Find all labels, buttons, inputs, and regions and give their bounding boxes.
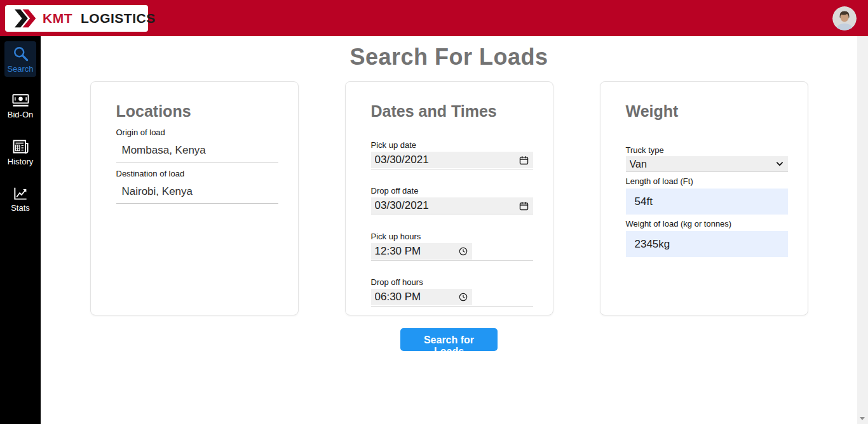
search-icon: [12, 45, 29, 62]
dates-card-title: Dates and Times: [371, 101, 534, 121]
origin-field-wrap: [116, 143, 278, 162]
cash-icon: [12, 93, 29, 108]
destination-input[interactable]: [122, 185, 278, 198]
weight-input[interactable]: [626, 231, 788, 257]
sidebar-item-label: Bid-On: [8, 110, 33, 119]
vertical-scrollbar[interactable]: [857, 36, 868, 424]
dropoff-date-wrap: [371, 197, 533, 215]
dropoff-hours-label: Drop off hours: [371, 277, 534, 287]
length-label: Length of load (Ft): [626, 176, 789, 186]
scrollbar-down-arrow-icon[interactable]: [860, 417, 865, 420]
clock-icon[interactable]: [458, 292, 468, 302]
page-title: Search For Loads: [41, 44, 857, 70]
truck-type-select-wrap: Van: [626, 156, 788, 172]
pickup-hours-label: Pick up hours: [371, 232, 534, 241]
sidebar-item-label: Stats: [11, 203, 30, 213]
dropoff-date-label: Drop off date: [371, 186, 534, 195]
origin-input[interactable]: [122, 144, 278, 157]
sidebar-nav: Search Bid-On: [0, 36, 41, 424]
brand-logistics-text: LOGISTICS: [81, 11, 156, 26]
sidebar-item-bid-on[interactable]: Bid-On: [4, 89, 36, 123]
brand-kmt-text: KMT: [43, 11, 72, 26]
main-content: Search For Loads Locations Origin of loa…: [41, 36, 857, 424]
locations-card-title: Locations: [116, 101, 279, 121]
button-row: Search for Loads: [41, 328, 857, 357]
sidebar-item-label: Search: [7, 64, 33, 74]
pickup-date-group: Pick up date: [371, 140, 534, 169]
cards-row: Locations Origin of load Destination of …: [41, 81, 857, 315]
dropoff-hours-group: Drop off hours: [371, 277, 534, 307]
truck-type-select[interactable]: Van: [626, 156, 788, 171]
sidebar-item-history[interactable]: History: [4, 135, 36, 169]
calendar-icon[interactable]: [519, 155, 529, 166]
destination-label: Destination of load: [116, 169, 279, 178]
pickup-hours-group: Pick up hours: [371, 232, 534, 261]
dropoff-hours-wrap: [371, 289, 533, 307]
pickup-date-wrap: [371, 152, 533, 169]
dropoff-date-group: Drop off date: [371, 186, 534, 215]
pickup-hours-input[interactable]: [375, 245, 458, 258]
app-root: KMT LOGISTICS Searc: [0, 0, 868, 424]
calendar-icon[interactable]: [519, 201, 529, 211]
pickup-hours-wrap: [371, 243, 533, 261]
pickup-date-label: Pick up date: [371, 140, 534, 150]
sidebar-item-search[interactable]: Search: [4, 41, 36, 77]
weight-label: Weight of load (kg or tonnes): [626, 219, 789, 229]
weight-card-title: Weight: [626, 101, 789, 121]
pickup-date-input[interactable]: [375, 154, 519, 166]
top-header-bar: KMT LOGISTICS: [0, 0, 868, 36]
user-avatar[interactable]: [832, 6, 857, 30]
search-for-loads-button[interactable]: Search for Loads: [400, 328, 498, 351]
clock-icon[interactable]: [458, 246, 468, 256]
stats-icon: [13, 185, 29, 201]
locations-card: Locations Origin of load Destination of …: [90, 81, 299, 315]
newspaper-icon: [12, 138, 29, 155]
dropoff-hours-input[interactable]: [375, 291, 458, 303]
sidebar-item-stats[interactable]: Stats: [4, 182, 36, 216]
dates-card: Dates and Times Pick up date: [345, 81, 553, 315]
truck-type-label: Truck type: [626, 145, 789, 155]
brand-logo[interactable]: KMT LOGISTICS: [5, 5, 148, 32]
weight-card: Weight Truck type Van Length of load (Ft…: [600, 81, 808, 315]
origin-label: Origin of load: [116, 128, 279, 137]
dropoff-date-input[interactable]: [375, 199, 519, 212]
length-input[interactable]: [626, 189, 788, 215]
sidebar-item-label: History: [8, 157, 33, 166]
destination-field-wrap: [116, 184, 278, 204]
brand-chevrons-icon: [11, 8, 37, 29]
